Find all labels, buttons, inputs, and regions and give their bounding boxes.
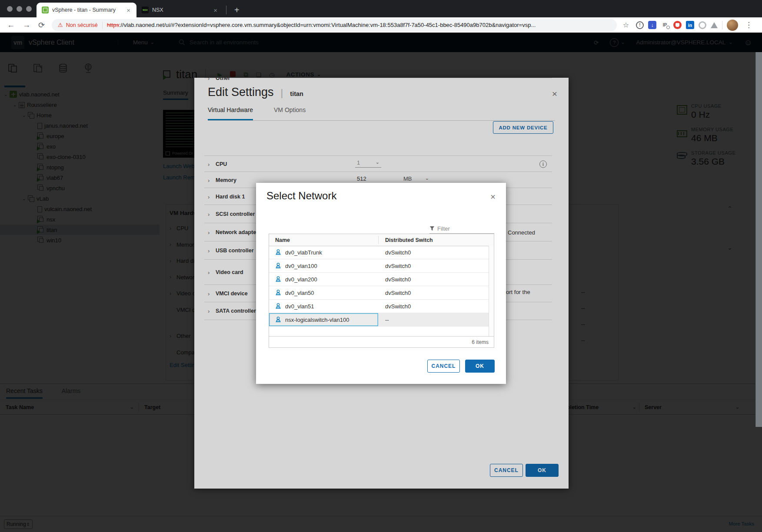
extension-ip-lookup-icon[interactable]: IP [661, 21, 669, 29]
table-footer: 6 items [269, 336, 494, 347]
cancel-button[interactable]: CANCEL [427, 360, 460, 373]
minimize-window-button[interactable] [17, 6, 22, 12]
forward-icon[interactable]: → [20, 20, 33, 30]
network-name: nsx-logicalswitch-vlan100 [285, 317, 349, 323]
extension-circle-icon[interactable] [699, 21, 706, 29]
extension-linkedin-icon[interactable]: in [686, 21, 694, 29]
filter-input[interactable]: Filter [429, 224, 494, 234]
extension-adblock-icon[interactable] [673, 21, 682, 29]
vsphere-page: vm vSphere Client Menu ⌄ Search in all e… [0, 33, 762, 532]
network-row[interactable]: dv0_vlabTrunk dvSwitch0 [269, 246, 494, 259]
extensions-separator [722, 21, 722, 30]
address-bar[interactable]: ⚠ Non sécurisé https://vlab.naoned.net/u… [52, 19, 617, 31]
filter-placeholder: Filter [437, 225, 450, 232]
network-name: dv0_vlabTrunk [285, 249, 322, 256]
browser-toolbar: ← → ⟳ ⚠ Non sécurisé https://vlab.naoned… [0, 17, 762, 33]
network-name: dv0_vlan100 [285, 263, 317, 269]
portgroup-icon [275, 289, 282, 296]
nsx-favicon: NSX [142, 7, 149, 13]
bookmark-star-icon[interactable]: ☆ [621, 21, 631, 29]
items-count: 6 items [472, 339, 489, 345]
tab-title: NSX [152, 7, 208, 13]
close-tab-icon[interactable]: × [125, 6, 132, 14]
network-name: dv0_vlan200 [285, 276, 317, 283]
network-switch: dvSwitch0 [378, 303, 411, 310]
window-controls[interactable] [7, 6, 32, 12]
tab-title: vSphere - titan - Summary [52, 7, 121, 13]
network-row[interactable]: dv0_vlan51 dvSwitch0 [269, 300, 494, 313]
network-name-cell[interactable]: dv0_vlan51 [269, 300, 378, 313]
zoom-window-button[interactable] [26, 6, 32, 12]
network-name-cell[interactable]: nsx-logicalswitch-vlan100 [269, 313, 378, 326]
browser-chrome: vSphere - titan - Summary × NSX NSX × + … [0, 0, 762, 33]
network-switch: dvSwitch0 [378, 249, 411, 256]
network-row[interactable]: dv0_vlan200 dvSwitch0 [269, 273, 494, 286]
dialog-title: Select Network [266, 190, 336, 202]
network-switch: dvSwitch0 [378, 290, 411, 296]
ok-button[interactable]: OK [465, 360, 495, 373]
back-icon[interactable]: ← [4, 20, 17, 30]
table-header: Name Distributed Switch [269, 234, 494, 246]
portgroup-icon [275, 316, 282, 323]
browser-tab-nsx[interactable]: NSX NSX × [136, 3, 223, 17]
portgroup-icon [275, 262, 282, 269]
vsphere-favicon [42, 7, 49, 13]
browser-menu-icon[interactable]: ⋮ [742, 20, 755, 30]
table-scrollbar[interactable] [489, 246, 494, 336]
url-rest: ://vlab.naoned.net/ui/#?extensionId=vsph… [119, 22, 536, 28]
extensions-row: ! ↓ IP in ⋮ [633, 20, 758, 31]
extension-download-icon[interactable]: ↓ [648, 21, 656, 29]
network-switch: -- [378, 317, 389, 323]
browser-tab-vsphere[interactable]: vSphere - titan - Summary × [37, 3, 136, 17]
chip-divider [102, 22, 103, 29]
network-name-cell[interactable]: dv0_vlan100 [269, 259, 378, 272]
networks-table: Name Distributed Switch dv0_vlabTrunk dv… [269, 234, 494, 348]
portgroup-icon [275, 249, 282, 256]
tab-strip: vSphere - titan - Summary × NSX NSX × + [0, 0, 762, 17]
network-name-cell[interactable]: dv0_vlan50 [269, 286, 378, 299]
network-name: dv0_vlan50 [285, 290, 314, 296]
table-body: dv0_vlabTrunk dvSwitch0 dv0_vlan100 dvSw… [269, 246, 494, 336]
new-tab-button[interactable]: + [231, 5, 243, 15]
tab-divider [226, 6, 226, 14]
network-row[interactable]: dv0_vlan50 dvSwitch0 [269, 286, 494, 300]
url-text[interactable]: https://vlab.naoned.net/ui/#?extensionId… [107, 22, 536, 28]
column-name[interactable]: Name [269, 237, 378, 243]
filter-icon [429, 226, 435, 231]
security-warning-icon: ⚠ [58, 22, 63, 28]
network-row[interactable]: nsx-logicalswitch-vlan100 -- [269, 313, 494, 327]
portgroup-icon [275, 303, 282, 310]
close-icon[interactable]: × [490, 192, 496, 201]
network-row[interactable]: dv0_vlan100 dvSwitch0 [269, 259, 494, 273]
close-tab-icon[interactable]: × [212, 6, 219, 14]
security-warning-label[interactable]: Non sécurisé [66, 22, 98, 28]
network-switch: dvSwitch0 [378, 276, 411, 283]
reload-icon[interactable]: ⟳ [36, 20, 47, 30]
url-scheme-struck: https [107, 22, 119, 28]
network-name-cell[interactable]: dv0_vlan200 [269, 273, 378, 286]
extension-drive-icon[interactable] [711, 22, 718, 28]
column-divider [378, 236, 379, 244]
network-name: dv0_vlan51 [285, 303, 314, 310]
profile-avatar[interactable] [727, 20, 738, 31]
network-switch: dvSwitch0 [378, 263, 411, 269]
column-distributed-switch[interactable]: Distributed Switch [378, 237, 433, 243]
close-window-button[interactable] [7, 6, 13, 12]
network-name-cell[interactable]: dv0_vlabTrunk [269, 246, 378, 259]
extension-info-icon[interactable]: ! [636, 21, 644, 29]
select-network-dialog: Select Network × Filter Name Distributed… [256, 183, 506, 384]
portgroup-icon [275, 276, 282, 283]
